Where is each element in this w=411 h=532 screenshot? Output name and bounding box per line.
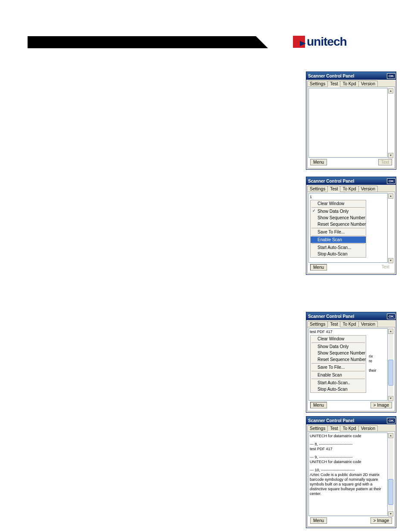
menu-separator bbox=[311, 207, 365, 208]
header-bar-triangle bbox=[256, 36, 268, 48]
menu-item-save-to-file[interactable]: Save To File... bbox=[311, 229, 366, 235]
tab-strip: Settings Test To Kpd Version bbox=[306, 185, 396, 192]
tab-strip: Settings Test To Kpd Version bbox=[306, 80, 396, 87]
output-line: test PDF 417 bbox=[310, 447, 386, 451]
tab-to-kpd[interactable]: To Kpd bbox=[340, 321, 358, 327]
tab-to-kpd[interactable]: To Kpd bbox=[340, 186, 358, 192]
tab-test[interactable]: Test bbox=[327, 321, 340, 327]
brand-logo: unitech bbox=[293, 34, 383, 50]
menu-separator bbox=[311, 228, 365, 228]
output-line: UNITECH for datamatrix code bbox=[310, 434, 386, 439]
output-line: --- 8, -------------------------- bbox=[310, 442, 386, 447]
scroll-down-icon[interactable]: ▼ bbox=[388, 258, 393, 263]
menu-item-clear-window[interactable]: Clear Window bbox=[311, 200, 366, 207]
text-button[interactable]: Text bbox=[379, 264, 392, 271]
image-button[interactable]: > Image bbox=[371, 517, 392, 524]
tab-pane: ▲ ▼ Menu Text bbox=[307, 87, 395, 168]
menu-item-show-seq-num[interactable]: Show Sequence Number bbox=[311, 215, 366, 221]
context-menu: Clear Window Show Data Only Show Sequenc… bbox=[310, 200, 366, 258]
window-title: Scanner Control Panel bbox=[308, 179, 354, 184]
tab-settings[interactable]: Settings bbox=[307, 425, 328, 431]
scroll-down-icon[interactable]: ▼ bbox=[388, 153, 393, 158]
menu-separator bbox=[311, 342, 365, 343]
tab-version[interactable]: Version bbox=[358, 186, 378, 192]
menu-item-stop-auto-scan[interactable]: Stop Auto-Scan bbox=[311, 386, 366, 392]
menu-item-show-data-only[interactable]: Show Data Only bbox=[311, 208, 366, 215]
scroll-up-icon[interactable]: ▲ bbox=[388, 193, 393, 199]
menu-item-start-auto-scan[interactable]: Start Auto-Scan.. bbox=[311, 380, 366, 386]
output-text-prefix: 1 bbox=[310, 195, 312, 199]
tab-version[interactable]: Version bbox=[358, 425, 378, 431]
window-title: Scanner Control Panel bbox=[308, 74, 354, 78]
scroll-up-icon[interactable]: ▲ bbox=[388, 433, 393, 438]
tab-to-kpd[interactable]: To Kpd bbox=[340, 425, 358, 431]
brand-logo-mark bbox=[293, 36, 305, 48]
ok-button[interactable]: OK bbox=[387, 418, 395, 423]
scroll-down-icon[interactable]: ▼ bbox=[388, 511, 393, 516]
menu-item-clear-window[interactable]: Clear Window bbox=[311, 336, 366, 342]
scroll-down-icon[interactable]: ▼ bbox=[388, 396, 393, 401]
window-title: Scanner Control Panel bbox=[308, 314, 354, 319]
scanner-panel-window-3: Scanner Control Panel OK Settings Test T… bbox=[306, 312, 396, 413]
ok-button[interactable]: OK bbox=[387, 73, 395, 79]
menu-item-show-seq-num[interactable]: Show Sequence Number bbox=[311, 350, 366, 356]
menu-item-save-to-file[interactable]: Save To File... bbox=[311, 364, 366, 370]
tab-test[interactable]: Test bbox=[327, 81, 340, 87]
tab-version[interactable]: Version bbox=[358, 81, 378, 87]
tab-strip: Settings Test To Kpd Version bbox=[306, 320, 396, 327]
scanner-panel-window-4: Scanner Control Panel OK Settings Test T… bbox=[306, 416, 396, 528]
menu-button[interactable]: Menu bbox=[310, 402, 327, 408]
tab-test[interactable]: Test bbox=[327, 425, 340, 432]
output-line: --- 10, -------------------------- bbox=[310, 468, 386, 473]
tab-settings[interactable]: Settings bbox=[307, 321, 328, 327]
tab-test[interactable]: Test bbox=[327, 186, 340, 192]
scroll-up-icon[interactable]: ▲ bbox=[388, 88, 393, 93]
tab-pane: 1 ▲ ▼ Clear Window Show Data Only Show S… bbox=[307, 192, 395, 274]
menu-separator bbox=[311, 363, 365, 364]
tab-version[interactable]: Version bbox=[358, 321, 378, 327]
title-bar: Scanner Control Panel OK bbox=[306, 417, 396, 424]
menu-separator bbox=[311, 379, 365, 379]
ok-button[interactable]: OK bbox=[387, 314, 395, 319]
scrollbar-thumb[interactable] bbox=[388, 479, 393, 505]
output-area: UNITECH for datamatrix code --- 8, -----… bbox=[308, 432, 388, 516]
scroll-up-icon[interactable]: ▲ bbox=[388, 329, 393, 334]
peek-text-re: re bbox=[369, 359, 372, 363]
output-line: Aztec Code is a public domain 2D matrix … bbox=[310, 473, 386, 496]
tab-to-kpd[interactable]: To Kpd bbox=[340, 81, 358, 87]
output-area bbox=[308, 88, 388, 158]
window-title: Scanner Control Panel bbox=[308, 418, 354, 423]
menu-item-start-auto-scan[interactable]: Start Auto-Scan... bbox=[311, 244, 366, 251]
title-bar: Scanner Control Panel OK bbox=[306, 72, 396, 80]
output-line: --- 9, -------------------------- bbox=[310, 455, 386, 460]
menu-separator bbox=[311, 236, 365, 236]
menu-item-enable-scan[interactable]: Enable Scan bbox=[311, 372, 366, 378]
menu-button[interactable]: Menu bbox=[310, 517, 327, 524]
tab-pane: test PDF 417 ▲ ▼ rix re their Clear Wind… bbox=[307, 327, 395, 411]
brand-logo-text: unitech bbox=[307, 35, 347, 49]
image-button[interactable]: > Image bbox=[371, 402, 392, 408]
tab-strip: Settings Test To Kpd Version bbox=[306, 424, 396, 431]
menu-item-enable-scan[interactable]: Enable Scan bbox=[311, 236, 366, 243]
title-bar: Scanner Control Panel OK bbox=[306, 312, 396, 320]
peek-text-their: their bbox=[369, 368, 377, 373]
menu-separator bbox=[311, 243, 365, 244]
menu-separator bbox=[311, 371, 365, 371]
output-line: test PDF 417 bbox=[310, 330, 386, 334]
header-bar bbox=[28, 36, 256, 48]
scrollbar-thumb[interactable] bbox=[388, 360, 393, 386]
context-menu: Clear Window Show Data Only Show Sequenc… bbox=[310, 335, 366, 393]
menu-button[interactable]: Menu bbox=[310, 159, 327, 165]
output-line: UNITECH for datamatrix code bbox=[310, 460, 386, 464]
menu-item-show-data-only[interactable]: Show Data Only bbox=[311, 343, 366, 350]
menu-item-reset-seq-num[interactable]: Reset Sequence Number bbox=[311, 356, 366, 363]
scanner-panel-window-2: Scanner Control Panel OK Settings Test T… bbox=[306, 177, 396, 275]
tab-settings[interactable]: Settings bbox=[307, 81, 328, 87]
menu-item-stop-auto-scan[interactable]: Stop Auto-Scan bbox=[311, 251, 366, 257]
menu-item-reset-seq-num[interactable]: Reset Sequence Number bbox=[311, 221, 366, 227]
ok-button[interactable]: OK bbox=[387, 178, 395, 184]
menu-button[interactable]: Menu bbox=[310, 264, 327, 271]
text-button[interactable]: Text bbox=[378, 159, 392, 165]
title-bar: Scanner Control Panel OK bbox=[306, 177, 396, 185]
tab-settings[interactable]: Settings bbox=[307, 186, 328, 192]
